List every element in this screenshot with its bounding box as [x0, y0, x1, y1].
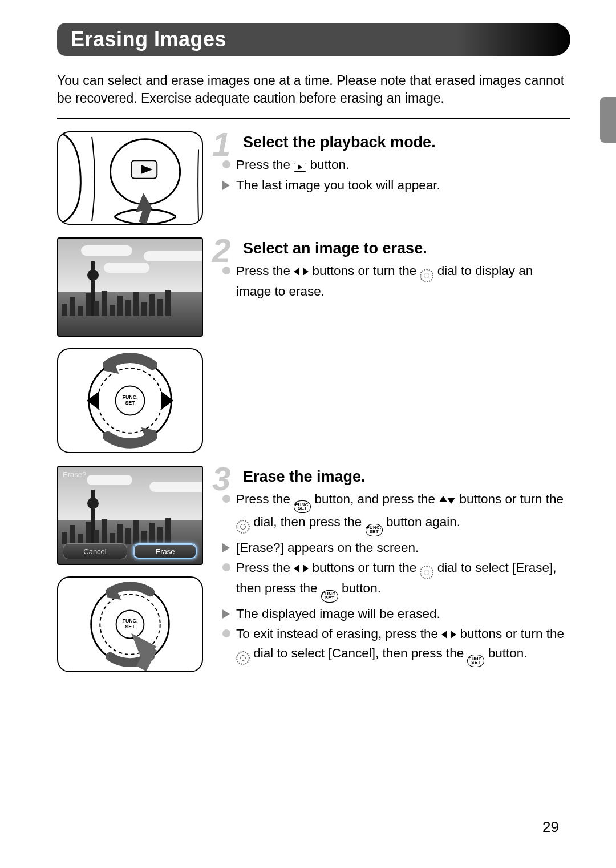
step-line: Press the buttons or turn the dial to se… — [220, 559, 570, 602]
step-heading: Select the playback mode. — [243, 134, 570, 151]
thumb-playback-button — [57, 131, 203, 225]
svg-marker-15 — [303, 268, 309, 276]
svg-text:SET: SET — [125, 624, 135, 629]
step-line: To exit instead of erasing, press the bu… — [220, 625, 570, 667]
control-ring-icon — [420, 269, 433, 282]
step-line: Press the button. — [220, 156, 570, 174]
erase-cancel-option: Cancel — [63, 543, 127, 559]
step-text: 3 Erase the image. Press the FUNC.SET bu… — [220, 466, 570, 669]
up-down-icon — [439, 491, 456, 510]
svg-marker-28 — [303, 564, 309, 572]
left-right-icon — [294, 263, 309, 281]
thumb-sample-photo — [57, 237, 203, 337]
thumb-control-dial-lr: FUNC. SET — [57, 348, 203, 453]
svg-text:FUNC.: FUNC. — [123, 618, 138, 624]
step-line: The last image you took will appear. — [220, 176, 570, 195]
thumb-erase-screen: Erase? Cancel Erase — [57, 466, 203, 565]
page-number: 29 — [542, 818, 559, 836]
step-line: Press the buttons or turn the dial to di… — [220, 262, 570, 301]
func-set-icon: FUNC.SET — [467, 655, 484, 667]
control-ring-icon — [420, 566, 433, 579]
thumb-control-dial-press: FUNC. SET — [57, 576, 203, 672]
svg-marker-27 — [294, 564, 299, 572]
func-set-icon: FUNC.SET — [321, 590, 338, 603]
step-heading: Erase the image. — [243, 468, 570, 486]
step-line: Press the FUNC.SET button, and press the… — [220, 490, 570, 536]
left-right-icon — [441, 626, 456, 644]
control-ring-icon — [236, 520, 250, 534]
section-tab — [600, 97, 616, 143]
playback-icon — [294, 163, 306, 172]
step-text: 1 Select the playback mode. Press the bu… — [220, 131, 570, 196]
manual-page: Erasing Images You can select and erase … — [0, 0, 616, 868]
intro-text: You can select and erase images one at a… — [57, 72, 570, 107]
page-title: Erasing Images — [71, 27, 226, 51]
svg-marker-29 — [441, 631, 447, 639]
title-bar: Erasing Images — [57, 23, 570, 56]
erase-confirm-option: Erase — [133, 543, 197, 559]
svg-text:SET: SET — [125, 400, 135, 406]
step-line: The displayed image will be erased. — [220, 605, 570, 623]
step-text: 2 Select an image to erase. Press the bu… — [220, 237, 570, 303]
func-set-icon: FUNC.SET — [294, 500, 311, 513]
step-body: Press the button.The last image you took… — [220, 156, 570, 194]
step-row: FUNC. SET 2 Select an image to erase. P — [57, 237, 570, 453]
func-set-icon: FUNC.SET — [366, 524, 383, 536]
svg-text:FUNC.: FUNC. — [123, 394, 138, 400]
svg-marker-14 — [294, 268, 299, 276]
erase-prompt: Erase? — [63, 470, 86, 479]
svg-marker-26 — [447, 498, 455, 504]
svg-marker-30 — [451, 631, 456, 639]
separator — [57, 118, 570, 119]
svg-marker-25 — [439, 496, 447, 502]
step-heading: Select an image to erase. — [243, 240, 570, 257]
step-body: Press the FUNC.SET button, and press the… — [220, 490, 570, 667]
steps: 1 Select the playback mode. Press the bu… — [57, 131, 570, 672]
step-row: Erase? Cancel Erase FUNC. SET — [57, 466, 570, 672]
step-body: Press the buttons or turn the dial to di… — [220, 262, 570, 301]
control-ring-icon — [236, 651, 250, 665]
step-row: 1 Select the playback mode. Press the bu… — [57, 131, 570, 225]
left-right-icon — [294, 560, 309, 578]
step-line: [Erase?] appears on the screen. — [220, 539, 570, 557]
